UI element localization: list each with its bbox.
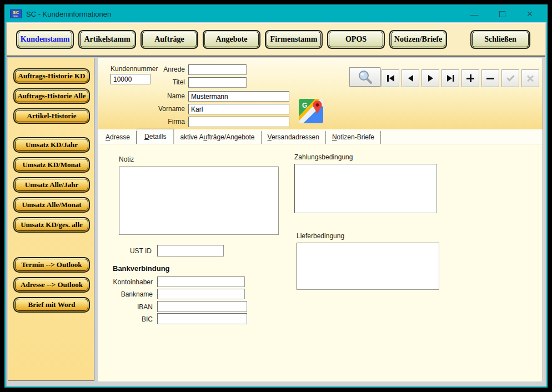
sidebar-button-umsatz-alle-jahr[interactable]: Umsatz Alle/Jahr (13, 177, 90, 193)
bankname-label: Bankname (98, 290, 153, 298)
next-record-button[interactable] (421, 69, 439, 87)
window-title: SC - Kundeninformationen (26, 10, 111, 18)
bankname-input[interactable] (157, 289, 245, 299)
post-edit-button[interactable] (501, 69, 519, 87)
toolbar-button-kundenstamm[interactable]: Kundenstamm (16, 30, 74, 49)
titel-label: Titel (98, 78, 185, 86)
tab-aktive-auftraege-angebote[interactable]: aktive Aufträge/Angebote (174, 131, 261, 144)
toolbar-button-notizen-briefe[interactable]: Notizen/Briefe (389, 30, 447, 49)
delete-record-icon (486, 78, 494, 79)
details-tab-content: Notiz Zahlungsbedingung Lieferbedingung … (98, 144, 543, 381)
sidebar-button-umsatz-kd-monat[interactable]: Umsatz KD/Monat (13, 157, 90, 173)
close-button[interactable]: × (522, 7, 538, 21)
vorname-input[interactable] (188, 104, 289, 114)
kontoinhaber-input[interactable] (157, 277, 245, 287)
google-maps-icon: G (298, 98, 324, 124)
iban-input[interactable] (157, 301, 247, 312)
last-record-button[interactable] (441, 69, 459, 87)
last-record-icon (453, 75, 454, 82)
customer-header: Kundennummer Anrede Titel Name Vorname F… (98, 58, 543, 129)
maximize-icon (499, 11, 505, 17)
insert-record-icon (466, 74, 474, 82)
window-body: Kundenstamm Artikelstamm Aufträge Angebo… (6, 22, 546, 386)
search-button[interactable] (349, 67, 380, 87)
toolbar-button-firmenstamm[interactable]: Firmenstamm (265, 30, 323, 49)
tab-notizen-briefe[interactable]: Notizen-Briefe (326, 131, 381, 144)
cancel-edit-button[interactable] (521, 69, 539, 87)
sidebar-button-umsatz-kd-ges-alle[interactable]: Umsatz KD/ges. alle (13, 217, 90, 233)
titlebar: SC km. SC - Kundeninformationen — × (6, 6, 546, 22)
maximize-button[interactable] (494, 7, 510, 21)
minimize-button[interactable]: — (466, 7, 482, 21)
post-edit-icon (506, 73, 514, 81)
tab-adresse[interactable]: Adresse (99, 131, 137, 144)
sidebar-button-auftrags-historie-alle[interactable]: Auftrags-Historie Alle (13, 88, 90, 104)
zahlungsbedingung-label: Zahlungsbedingung (294, 153, 353, 161)
app-icon-subtext: km. (13, 15, 18, 18)
google-maps-button[interactable]: G (298, 98, 324, 124)
bic-input[interactable] (157, 313, 247, 324)
window-controls: — × (466, 7, 546, 21)
tabstrip: Adresse Detaills aktive Aufträge/Angebot… (98, 129, 543, 144)
sidebar-button-umsatz-kd-jahr[interactable]: Umsatz KD/Jahr (13, 137, 90, 153)
maps-g-letter: G (302, 102, 307, 109)
ust-id-input[interactable] (157, 245, 224, 257)
main-toolbar: Kundenstamm Artikelstamm Aufträge Angebo… (7, 23, 545, 56)
prior-record-icon (408, 75, 413, 82)
delete-record-button[interactable] (481, 69, 499, 87)
notiz-textarea[interactable] (119, 167, 279, 235)
sidebar-button-umsatz-alle-monat[interactable]: Umsatz Alle/Monat (13, 197, 90, 213)
firma-input[interactable] (188, 117, 289, 127)
app-icon: SC km. (10, 9, 22, 18)
notiz-label: Notiz (119, 155, 134, 163)
sidebar-button-auftrags-historie-kd[interactable]: Auftrags-Historie KD (13, 68, 90, 84)
kontoinhaber-label: Kontoinhaber (98, 278, 153, 286)
insert-record-button[interactable] (461, 69, 479, 87)
first-record-arrow (389, 75, 394, 82)
last-record-arrow (447, 75, 452, 82)
sidebar: Auftrags-Historie KD Auftrags-Historie A… (8, 58, 94, 381)
titel-input[interactable] (188, 77, 247, 88)
sidebar-button-artikel-historie[interactable]: Artikel-Historie (13, 108, 90, 124)
first-record-button[interactable] (382, 69, 399, 87)
search-icon (357, 69, 373, 85)
bankverbindung-heading: Bankverbindung (113, 264, 170, 273)
prior-record-button[interactable] (402, 69, 419, 87)
bic-label: BIC (98, 315, 153, 323)
zahlungsbedingung-textarea[interactable] (294, 164, 437, 213)
name-label: Name (98, 92, 185, 100)
toolbar-button-opos[interactable]: OPOS (327, 30, 385, 49)
firma-label: Firma (98, 118, 185, 125)
cancel-edit-icon (526, 74, 534, 82)
anrede-input[interactable] (188, 64, 247, 75)
vorname-label: Vorname (98, 105, 185, 113)
app-window: SC km. SC - Kundeninformationen — × Kund… (4, 4, 548, 388)
sidebar-button-termin-outlook[interactable]: Termin --> Outlook (13, 257, 90, 273)
main-panel: Kundennummer Anrede Titel Name Vorname F… (98, 58, 543, 381)
lieferbedingung-textarea[interactable] (297, 243, 439, 290)
tab-detaills[interactable]: Detaills (137, 129, 174, 144)
sidebar-button-adresse-outlook[interactable]: Adresse --> Outlook (13, 277, 90, 293)
tab-versandadressen[interactable]: Versandadressen (262, 131, 326, 144)
toolbar-button-angebote[interactable]: Angebote (203, 30, 260, 49)
toolbar-button-schliessen[interactable]: Schließen (470, 30, 530, 49)
next-record-icon (428, 75, 433, 82)
anrede-label: Anrede (98, 66, 185, 73)
toolbar-button-artikelstamm[interactable]: Artikelstamm (78, 30, 136, 49)
close-icon: × (526, 8, 533, 20)
name-input[interactable] (188, 91, 289, 102)
toolbar-button-auftraege[interactable]: Aufträge (140, 30, 198, 49)
sidebar-button-brief-mit-word[interactable]: Brief mit Word (13, 297, 90, 313)
lieferbedingung-label: Lieferbedingung (297, 232, 344, 240)
ust-id-label: UST ID (109, 247, 152, 255)
minimize-icon: — (470, 9, 479, 19)
iban-label: IBAN (98, 303, 153, 311)
first-record-icon (387, 75, 389, 82)
